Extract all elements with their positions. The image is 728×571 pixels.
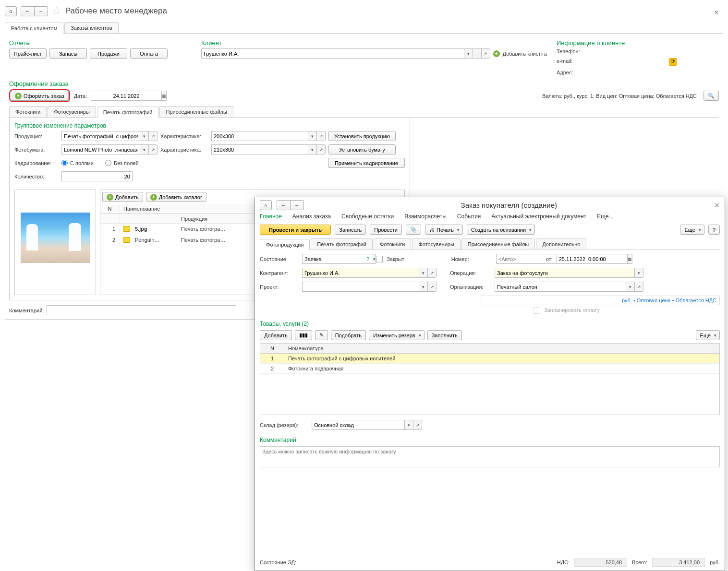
product-open-icon[interactable]: ↗ xyxy=(149,131,158,141)
partner-dd-icon[interactable]: ▾ xyxy=(419,268,428,278)
crop-with-margins[interactable]: С полями xyxy=(61,160,94,166)
modal-more-button[interactable]: Еще xyxy=(680,225,704,235)
tab-client-orders[interactable]: Заказы клиентов xyxy=(64,22,118,33)
mtab-print[interactable]: Печать фотографий xyxy=(311,238,373,250)
mtab-photoprod[interactable]: Фотопродукция xyxy=(260,239,310,250)
mtab-files[interactable]: Присоединенные файлы xyxy=(461,238,535,250)
paper-open-icon[interactable]: ↗ xyxy=(149,144,158,155)
state-input[interactable] xyxy=(302,254,373,264)
set-paper-button[interactable]: Установить бумагу xyxy=(328,144,396,155)
org-open-icon[interactable]: ↗ xyxy=(635,282,643,292)
char-input-2[interactable] xyxy=(211,144,308,155)
add-file-button[interactable]: +Добавить xyxy=(102,192,143,202)
payment-button[interactable]: Оплата xyxy=(130,48,168,59)
operation-dd-icon[interactable]: ▾ xyxy=(635,268,643,278)
stock-input[interactable] xyxy=(312,420,405,430)
goods-pick-button[interactable]: Подобрать xyxy=(331,330,366,340)
mnav-more[interactable]: Еще... xyxy=(597,213,613,220)
stock-dd-icon[interactable]: ▾ xyxy=(405,420,413,430)
add-client-icon[interactable]: + xyxy=(493,50,500,57)
partner-input[interactable] xyxy=(302,268,419,278)
tab-photo-print[interactable]: Печать фотографий xyxy=(97,107,159,118)
product-dd-icon[interactable]: ▾ xyxy=(140,131,149,141)
mnav-events[interactable]: События xyxy=(457,213,481,220)
goods-add-button[interactable]: Добавить xyxy=(260,330,292,340)
org-dd-icon[interactable]: ▾ xyxy=(626,282,635,292)
tab-attached-files[interactable]: Присоединенные файлы xyxy=(159,106,233,117)
operation-input[interactable] xyxy=(495,268,635,278)
mtab-souv[interactable]: Фотосувениры xyxy=(412,238,460,250)
mnav-settlements[interactable]: Взаиморасчеты xyxy=(404,213,447,220)
state-dd-icon[interactable]: ▾ xyxy=(373,254,376,264)
stock-open-icon[interactable]: ↗ xyxy=(413,420,422,430)
barcode-button[interactable]: ▮▮▮ xyxy=(295,330,312,340)
nav-back-button[interactable]: ← xyxy=(21,6,35,16)
comment-input[interactable] xyxy=(47,305,236,315)
mnav-analysis[interactable]: Анализ заказа xyxy=(292,213,331,220)
product-input[interactable] xyxy=(61,131,140,141)
create-order-button[interactable]: + Оформить заказ xyxy=(11,91,69,101)
mtab-extra[interactable]: Дополнительно xyxy=(536,238,586,250)
modal-home-button[interactable]: ⌂ xyxy=(260,200,272,210)
search-button[interactable]: 🔍 xyxy=(704,91,719,101)
change-reserve-button[interactable]: Изменить резерв xyxy=(369,330,425,340)
date-input[interactable] xyxy=(91,91,162,101)
paper-dd-icon[interactable]: ▾ xyxy=(140,144,149,155)
tab-souvenirs[interactable]: Фотосувениры xyxy=(48,106,96,117)
help-link-icon[interactable]: ? xyxy=(366,256,369,262)
mnav-free-stock[interactable]: Свободные остатки xyxy=(341,213,394,220)
modal-back-button[interactable]: ← xyxy=(277,200,291,210)
mnav-edoc[interactable]: Актуальный электронный документ xyxy=(491,213,586,220)
goods-apply-button[interactable]: ✎ xyxy=(315,330,328,340)
crop-no-margins[interactable]: Без полей xyxy=(105,160,139,166)
project-dd-icon[interactable]: ▾ xyxy=(419,282,428,292)
qty-input[interactable] xyxy=(61,171,133,181)
add-client-link[interactable]: Добавить клиента xyxy=(503,51,547,57)
save-button[interactable]: Записать xyxy=(335,225,366,235)
add-catalog-button[interactable]: +Добавить каталог xyxy=(146,192,206,202)
close-icon[interactable]: ✕ xyxy=(714,9,719,16)
stock-button[interactable]: Запасы xyxy=(49,48,87,59)
post-close-button[interactable]: Провести и закрыть xyxy=(260,225,331,235)
calendar-icon[interactable]: ▦ xyxy=(162,91,167,101)
sales-button[interactable]: Продажи xyxy=(90,48,127,59)
modal-forward-button[interactable]: → xyxy=(290,200,304,210)
nav-forward-button[interactable]: → xyxy=(34,6,48,16)
char2-open-icon[interactable]: ↗ xyxy=(317,144,326,155)
org-input[interactable] xyxy=(495,282,626,292)
modal-close-icon[interactable]: ✕ xyxy=(714,202,720,209)
attach-button[interactable]: 📎 xyxy=(406,225,421,235)
post-button[interactable]: Провести xyxy=(370,225,402,235)
goods-row[interactable]: 1 Печать фотографий с цифровых носителей xyxy=(260,354,719,364)
char-input-1[interactable] xyxy=(211,131,308,141)
project-open-icon[interactable]: ↗ xyxy=(428,282,437,292)
char2-dd-icon[interactable]: ▾ xyxy=(308,144,317,155)
print-button[interactable]: 🖨 Печать xyxy=(425,225,463,235)
email-icon[interactable]: @ xyxy=(669,58,677,66)
price-terms-link[interactable]: руб. • Оптовая цена • Облагается НДС xyxy=(622,297,716,303)
favorite-star-icon[interactable]: ☆ xyxy=(52,5,61,17)
goods-row[interactable]: 2 Фотокнига подарочная xyxy=(260,364,719,374)
tab-photobooks[interactable]: Фотокниги xyxy=(9,106,47,117)
paper-input[interactable] xyxy=(61,144,140,155)
comment-textarea[interactable] xyxy=(260,446,720,467)
client-input[interactable] xyxy=(201,48,464,59)
project-input[interactable] xyxy=(302,282,419,292)
create-based-button[interactable]: Создать на основании xyxy=(467,225,535,235)
order-date-input[interactable] xyxy=(557,254,628,264)
mtab-books[interactable]: Фотокниги xyxy=(374,238,411,250)
client-dropdown-icon[interactable]: ▾ xyxy=(464,48,473,59)
closed-checkbox[interactable] xyxy=(376,256,383,262)
help-button[interactable]: ? xyxy=(708,225,720,235)
price-list-button[interactable]: Прайс-лист xyxy=(9,48,47,59)
mnav-main[interactable]: Главное xyxy=(260,213,282,220)
order-calendar-icon[interactable]: ▦ xyxy=(628,254,632,264)
goods-fill-button[interactable]: Заполнить xyxy=(427,330,462,340)
home-button[interactable]: ⌂ xyxy=(5,6,17,16)
plan-payment-checkbox[interactable] xyxy=(534,307,540,314)
tab-client-work[interactable]: Работа с клиентом xyxy=(5,23,63,34)
client-ellipsis-icon[interactable]: … xyxy=(473,48,482,59)
apply-crop-button[interactable]: Применить кадрирование xyxy=(328,158,405,168)
char1-dd-icon[interactable]: ▾ xyxy=(308,131,317,141)
goods-more-button[interactable]: Еще xyxy=(696,330,720,340)
